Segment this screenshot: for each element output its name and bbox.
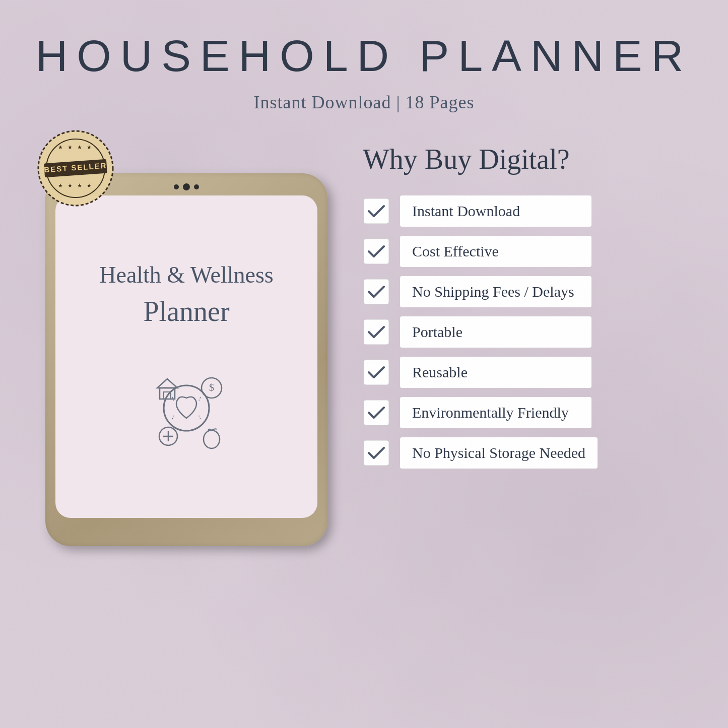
feature-box-2: Cost Effective	[400, 236, 591, 267]
svg-rect-20	[364, 198, 389, 224]
feature-box-3: No Shipping Fees / Delays	[400, 276, 591, 307]
checkbox-icon-7	[363, 439, 390, 467]
page-background: HOUSEHOLD PLANNER Instant Download | 18 …	[0, 0, 728, 728]
checkbox-icon-1	[363, 197, 390, 225]
svg-marker-7	[157, 379, 177, 388]
camera-dot	[174, 184, 179, 189]
svg-text:★ ★ ★ ★: ★ ★ ★ ★	[58, 144, 93, 150]
checkbox-icon-5	[363, 359, 390, 386]
feature-item-portable: Portable	[363, 316, 698, 348]
screen-title-line2: Planner	[143, 295, 229, 327]
feature-box-7: No Physical Storage Needed	[400, 437, 598, 469]
content-area: ★ ★ ★ ★ BEST SELLER ★ ★ ★ ★ Health & Wel…	[0, 133, 728, 728]
svg-point-15	[204, 430, 220, 448]
feature-item-instant-download: Instant Download	[363, 195, 698, 227]
best-seller-badge: ★ ★ ★ ★ BEST SELLER ★ ★ ★ ★	[35, 128, 116, 209]
screen-title-line1: Health & Wellness	[99, 260, 274, 290]
checkbox-icon-6	[363, 399, 390, 426]
svg-rect-25	[364, 400, 389, 425]
subtitle: Instant Download | 18 Pages	[253, 92, 474, 113]
svg-rect-24	[364, 360, 389, 385]
svg-line-17	[199, 397, 201, 401]
feature-item-eco: Environmentally Friendly	[363, 397, 698, 428]
camera-lens	[183, 183, 190, 190]
feature-box-4: Portable	[400, 316, 591, 348]
feature-item-cost-effective: Cost Effective	[363, 236, 698, 267]
feature-label-6: Environmentally Friendly	[412, 404, 569, 421]
wellness-icon: $	[136, 353, 237, 453]
feature-box-5: Reusable	[400, 357, 591, 388]
feature-item-reusable: Reusable	[363, 357, 698, 388]
checkbox-icon-4	[363, 318, 390, 346]
feature-item-no-shipping: No Shipping Fees / Delays	[363, 276, 698, 307]
svg-line-18	[172, 416, 174, 419]
feature-label-4: Portable	[412, 323, 462, 340]
feature-item-no-storage: No Physical Storage Needed	[363, 437, 698, 469]
feature-label-3: No Shipping Fees / Delays	[412, 283, 574, 300]
tablet-screen: Health & Wellness Planner	[55, 195, 317, 518]
features-section: Why Buy Digital? Instant Download Cost E…	[363, 133, 698, 478]
why-buy-title: Why Buy Digital?	[363, 143, 570, 175]
svg-text:$: $	[209, 382, 214, 393]
feature-label-7: No Physical Storage Needed	[412, 444, 585, 461]
tablet-section: ★ ★ ★ ★ BEST SELLER ★ ★ ★ ★ Health & Wel…	[30, 133, 343, 546]
svg-line-19	[199, 416, 201, 419]
main-title: HOUSEHOLD PLANNER	[36, 30, 693, 82]
camera-dot-2	[194, 184, 199, 189]
feature-label-5: Reusable	[412, 364, 468, 380]
svg-text:★ ★ ★ ★: ★ ★ ★ ★	[58, 182, 93, 188]
tablet-frame: Health & Wellness Planner	[45, 173, 327, 546]
svg-rect-22	[364, 279, 389, 304]
feature-label-2: Cost Effective	[412, 243, 499, 259]
svg-rect-23	[364, 319, 389, 345]
checkbox-icon-2	[363, 238, 390, 265]
checkbox-icon-3	[363, 278, 390, 305]
feature-label-1: Instant Download	[412, 203, 520, 219]
feature-box-6: Environmentally Friendly	[400, 397, 591, 428]
feature-box-1: Instant Download	[400, 195, 591, 227]
svg-rect-26	[364, 440, 389, 466]
svg-rect-21	[364, 239, 389, 264]
